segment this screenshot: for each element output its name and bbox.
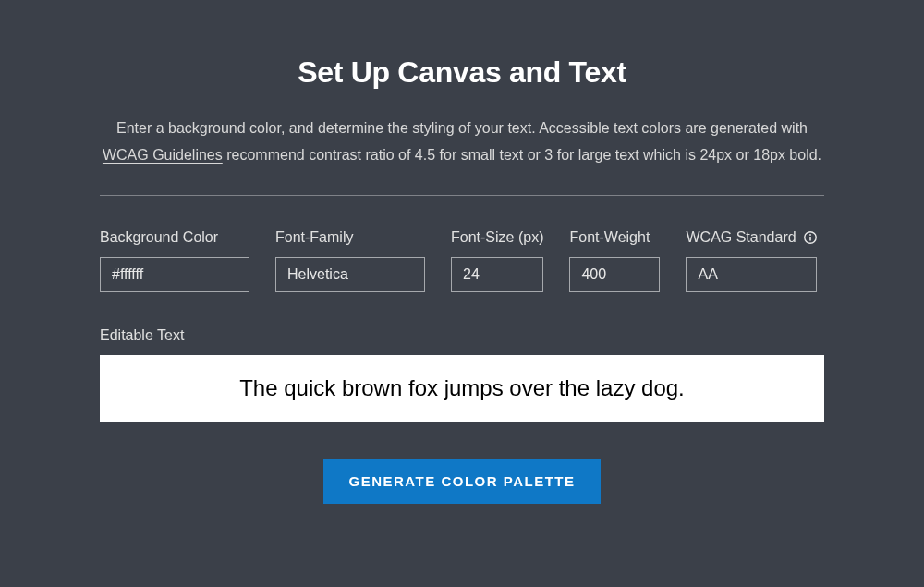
font-family-label: Font-Family (275, 229, 425, 246)
description-text-1: Enter a background color, and determine … (116, 120, 808, 136)
info-icon[interactable] (804, 231, 817, 244)
form-row: Background Color Font-Family Font-Size (… (100, 229, 824, 292)
editable-text-area[interactable]: The quick brown fox jumps over the lazy … (100, 355, 824, 422)
background-color-input[interactable] (100, 257, 249, 292)
wcag-standard-group: WCAG Standard (686, 229, 816, 292)
generate-palette-button[interactable]: GENERATE COLOR PALETTE (323, 459, 602, 504)
svg-rect-2 (809, 237, 811, 241)
font-size-label: Font-Size (px) (451, 229, 543, 246)
font-size-input[interactable] (451, 257, 543, 292)
font-weight-input[interactable] (569, 257, 660, 292)
wcag-guidelines-link[interactable]: WCAG Guidelines (103, 147, 223, 163)
divider (100, 195, 824, 196)
font-weight-label: Font-Weight (569, 229, 660, 246)
wcag-standard-label-row: WCAG Standard (686, 229, 816, 246)
wcag-standard-input[interactable] (686, 257, 816, 292)
description-text-2: recommend contrast ratio of 4.5 for smal… (223, 147, 821, 163)
font-family-group: Font-Family (275, 229, 425, 292)
editable-text-group: Editable Text The quick brown fox jumps … (100, 327, 824, 422)
font-size-group: Font-Size (px) (451, 229, 543, 292)
page-title: Set Up Canvas and Text (100, 55, 824, 90)
editable-text-label: Editable Text (100, 327, 824, 344)
wcag-standard-label: WCAG Standard (686, 229, 796, 246)
page-description: Enter a background color, and determine … (100, 116, 824, 169)
svg-point-1 (809, 234, 811, 236)
button-row: GENERATE COLOR PALETTE (100, 459, 824, 504)
background-color-group: Background Color (100, 229, 249, 292)
font-weight-group: Font-Weight (569, 229, 660, 292)
background-color-label: Background Color (100, 229, 249, 246)
font-family-input[interactable] (275, 257, 425, 292)
